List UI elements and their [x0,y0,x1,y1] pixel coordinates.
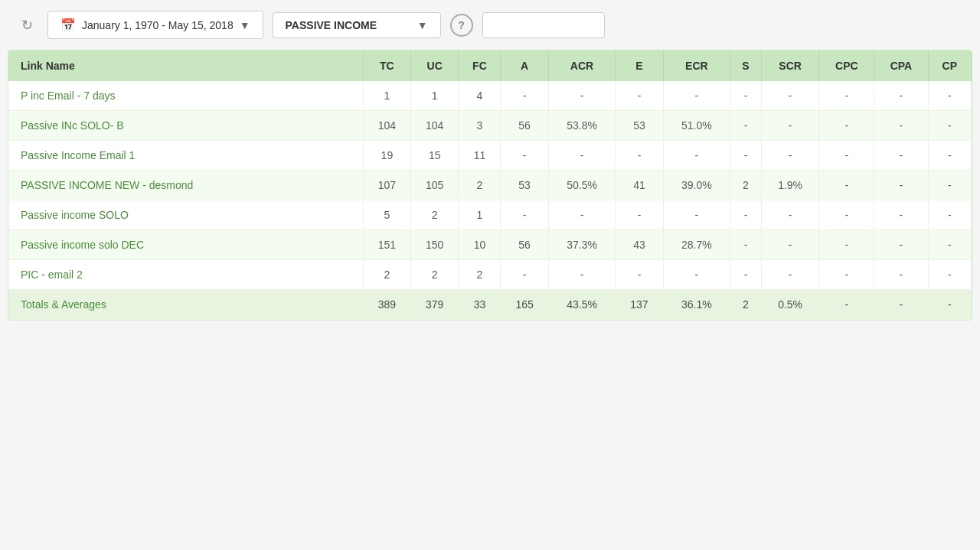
cell-link_name: Passive Income Email 1 [8,141,363,171]
refresh-button[interactable]: ↻ [15,14,38,37]
cell-tc: 151 [363,230,410,260]
category-label: PASSIVE INCOME [286,19,377,31]
totals-row: Totals & Averages3893793316543.5%13736.1… [8,290,972,320]
cell-e: - [616,200,663,230]
totals-uc: 379 [411,290,459,320]
col-ecr: ECR [663,50,730,81]
help-label: ? [458,19,465,31]
totals-ecr: 36.1% [663,290,730,320]
cell-cp: - [928,230,971,260]
col-a: A [501,50,548,81]
totals-s: 2 [730,290,762,320]
cell-link_name: Passive income solo DEC [8,230,363,260]
cell-link_name: P inc Email - 7 days [8,81,363,111]
cell-cpa: - [874,171,928,200]
totals-acr: 43.5% [548,290,616,320]
cell-cp: - [928,141,971,171]
cell-tc: 1 [363,81,410,111]
cell-cp: - [928,111,971,141]
data-table-container: Link Name TC UC FC A ACR E ECR S SCR CPC… [8,50,972,321]
cell-a: - [501,260,548,290]
col-cpc: CPC [819,50,874,81]
table-row: Passive Income Email 1191511--------- [8,141,972,171]
cell-a: - [501,81,548,111]
cell-scr: - [761,200,819,230]
cell-s: - [730,141,762,171]
cell-e: - [616,81,663,111]
cell-fc: 11 [459,141,501,171]
col-e: E [616,50,663,81]
cell-ecr: - [663,260,730,290]
table-header-row: Link Name TC UC FC A ACR E ECR S SCR CPC… [8,50,972,81]
cell-scr: - [761,81,819,111]
cell-cpc: - [819,141,874,171]
cell-s: - [730,230,762,260]
cell-link_name: Passive INc SOLO- B [8,111,363,141]
help-button[interactable]: ? [450,14,473,37]
top-bar: ↻ 📅 January 1, 1970 - May 15, 2018 ▼ PAS… [0,0,980,50]
cell-e: - [616,141,663,171]
cell-tc: 5 [363,200,410,230]
totals-label: Totals & Averages [8,290,363,320]
totals-scr: 0.5% [761,290,819,320]
totals-tc: 389 [363,290,410,320]
cell-scr: - [761,141,819,171]
cell-cpa: - [874,260,928,290]
table-row: P inc Email - 7 days114--------- [8,81,972,111]
cell-e: 43 [616,230,663,260]
cell-a: 56 [501,111,548,141]
col-scr: SCR [761,50,819,81]
cell-uc: 150 [411,230,459,260]
col-cpa: CPA [874,50,928,81]
calendar-icon: 📅 [60,18,76,32]
cell-cp: - [928,171,971,200]
data-table: Link Name TC UC FC A ACR E ECR S SCR CPC… [8,50,972,320]
cell-acr: 50.5% [548,171,616,200]
cell-a: - [501,200,548,230]
table-row: PIC - email 2222--------- [8,260,972,290]
cell-cpa: - [874,141,928,171]
col-fc: FC [459,50,501,81]
cell-tc: 2 [363,260,410,290]
cell-link_name: PIC - email 2 [8,260,363,290]
cell-s: - [730,111,762,141]
cell-ecr: 51.0% [663,111,730,141]
cell-scr: 1.9% [761,171,819,200]
cell-link_name: PASSIVE INCOME NEW - desmond [8,171,363,200]
cell-s: - [730,260,762,290]
cell-fc: 1 [459,200,501,230]
cell-e: 53 [616,111,663,141]
cell-cpc: - [819,111,874,141]
cell-acr: - [548,200,616,230]
totals-e: 137 [616,290,663,320]
cell-cpa: - [874,230,928,260]
cell-a: 53 [501,171,548,200]
cell-cp: - [928,200,971,230]
cell-ecr: - [663,81,730,111]
cell-cp: - [928,81,971,111]
totals-cpa: - [874,290,928,320]
cell-s: - [730,81,762,111]
cell-fc: 4 [459,81,501,111]
cell-tc: 107 [363,171,410,200]
cell-cpa: - [874,200,928,230]
date-range-picker[interactable]: 📅 January 1, 1970 - May 15, 2018 ▼ [47,11,263,39]
category-dropdown[interactable]: PASSIVE INCOME ▼ [273,12,441,38]
cell-a: 56 [501,230,548,260]
cell-fc: 2 [459,171,501,200]
search-input[interactable] [482,12,605,38]
cell-ecr: 28.7% [663,230,730,260]
col-link-name: Link Name [8,50,363,81]
cell-ecr: - [663,200,730,230]
table-row: Passive INc SOLO- B10410435653.8%5351.0%… [8,111,972,141]
col-cp: CP [928,50,971,81]
cell-cp: - [928,260,971,290]
cell-e: - [616,260,663,290]
cell-acr: - [548,141,616,171]
totals-a: 165 [501,290,548,320]
cell-tc: 104 [363,111,410,141]
totals-fc: 33 [459,290,501,320]
cell-cpc: - [819,230,874,260]
cell-acr: 53.8% [548,111,616,141]
category-chevron-icon: ▼ [417,19,428,31]
